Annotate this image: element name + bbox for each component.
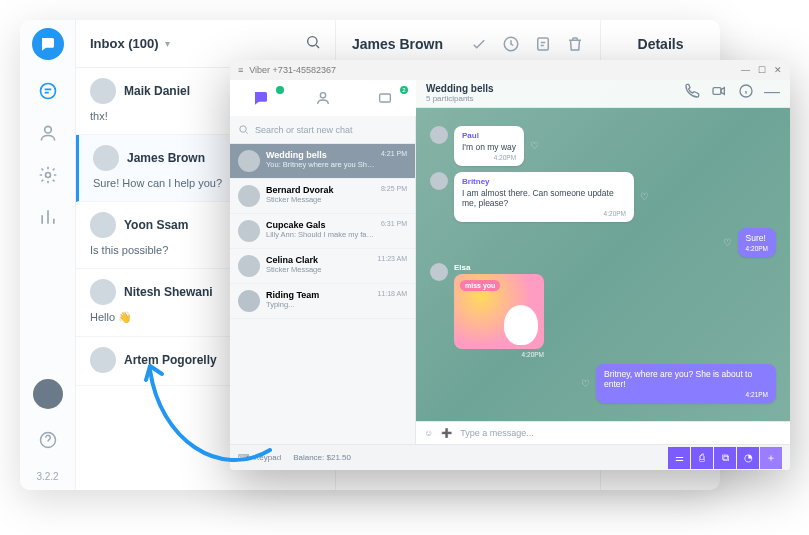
- trash-icon[interactable]: [566, 35, 584, 53]
- chat-item[interactable]: Riding TeamTyping...11:18 AM: [230, 284, 415, 319]
- minimize-icon[interactable]: —: [764, 83, 780, 103]
- chat-name: Bernard Dvorak: [266, 185, 375, 195]
- svg-point-0: [40, 84, 55, 99]
- window-title: Viber +731-45582367: [249, 65, 336, 75]
- svg-rect-10: [713, 88, 721, 95]
- avatar: [238, 150, 260, 172]
- inbox-title[interactable]: Inbox (100): [90, 36, 159, 51]
- message: BritneyI am almost there. Can someone up…: [430, 172, 776, 222]
- viber-tabs: 2: [230, 80, 416, 116]
- message-body: Sure!: [746, 233, 768, 243]
- heart-icon[interactable]: ♡: [640, 191, 649, 202]
- avatar: [90, 78, 116, 104]
- avatar: [90, 347, 116, 373]
- message-sender: Paul: [462, 131, 516, 140]
- messages-icon[interactable]: [37, 80, 59, 102]
- svg-point-1: [44, 126, 51, 133]
- avatar: [430, 172, 448, 190]
- version-label: 3.2.2: [36, 471, 58, 490]
- call-icon[interactable]: [684, 83, 700, 103]
- check-icon[interactable]: [470, 35, 488, 53]
- help-icon[interactable]: [37, 429, 59, 451]
- avatar: [90, 279, 116, 305]
- bottom-bar: ⌨ Keypad Balance: $21.50 ⚌ ⎙ ⧉ ◔ ＋: [230, 444, 790, 470]
- avatar: [90, 212, 116, 238]
- balance-label: Balance:: [293, 453, 324, 462]
- sticker[interactable]: miss you: [454, 274, 544, 349]
- app-logo[interactable]: [32, 28, 64, 60]
- message: ♡Sure!4:20PM: [430, 228, 776, 257]
- tab-contacts[interactable]: [292, 80, 354, 116]
- chat-header: Wedding bells 5 participants —: [416, 80, 790, 108]
- settings-icon[interactable]: [37, 164, 59, 186]
- message-input[interactable]: ☺ ➕ Type a message...: [416, 421, 790, 444]
- avatar: [430, 263, 448, 281]
- chat-name: Riding Team: [266, 290, 371, 300]
- search-placeholder: Search or start new chat: [255, 125, 353, 135]
- chat-preview: Lilly Ann: Should I make my famous red v…: [266, 230, 375, 239]
- svg-point-7: [320, 93, 325, 98]
- svg-point-9: [240, 126, 246, 132]
- menu-icon[interactable]: ≡: [238, 65, 243, 75]
- heart-icon[interactable]: ♡: [723, 237, 732, 248]
- message-time: 4:20PM: [746, 245, 768, 252]
- chat-preview: Sticker Message: [266, 195, 375, 204]
- user-avatar[interactable]: [33, 379, 63, 409]
- search-icon[interactable]: [305, 34, 321, 54]
- heart-icon[interactable]: ♡: [581, 378, 590, 389]
- details-label[interactable]: Details: [638, 36, 684, 52]
- keypad-label[interactable]: Keypad: [254, 453, 281, 462]
- input-placeholder: Type a message...: [460, 428, 782, 438]
- chat-subtitle: 5 participants: [426, 94, 494, 103]
- chat-time: 8:25 PM: [381, 185, 407, 207]
- tray-item[interactable]: ⎙: [691, 447, 713, 469]
- keypad-icon[interactable]: ⌨: [238, 453, 250, 462]
- tab-chats[interactable]: [230, 80, 292, 116]
- message-time: 4:20PM: [462, 154, 516, 161]
- tray-item[interactable]: ◔: [737, 447, 759, 469]
- tray-item[interactable]: ⚌: [668, 447, 690, 469]
- chat-item[interactable]: Cupcake GalsLilly Ann: Should I make my …: [230, 214, 415, 249]
- maximize-icon[interactable]: ☐: [758, 65, 766, 75]
- tray-add[interactable]: ＋: [760, 447, 782, 469]
- tab-public[interactable]: 2: [354, 80, 416, 116]
- avatar: [238, 220, 260, 242]
- message: ♡Britney, where are you? She is about to…: [430, 364, 776, 403]
- heart-icon[interactable]: ♡: [530, 140, 539, 151]
- stats-icon[interactable]: [37, 206, 59, 228]
- chat-time: 6:31 PM: [381, 220, 407, 242]
- attach-icon[interactable]: ➕: [441, 428, 452, 438]
- chat-main: Wedding bells 5 participants — PaulI'm o…: [416, 80, 790, 444]
- contacts-icon[interactable]: [37, 122, 59, 144]
- assign-icon[interactable]: [534, 35, 552, 53]
- search-input[interactable]: Search or start new chat: [230, 116, 415, 144]
- emoji-icon[interactable]: ☺: [424, 428, 433, 438]
- balance-value: $21.50: [327, 453, 351, 462]
- avatar: [238, 185, 260, 207]
- tray-item[interactable]: ⧉: [714, 447, 736, 469]
- chat-item[interactable]: Wedding bellsYou: Britney where are you …: [230, 144, 415, 179]
- chat-name: Celina Clark: [266, 255, 371, 265]
- icon-rail: 3.2.2: [20, 20, 76, 490]
- video-icon[interactable]: [710, 83, 728, 103]
- titlebar[interactable]: ≡ Viber +731-45582367 —☐✕: [230, 60, 790, 80]
- message-sender: Britney: [462, 177, 626, 186]
- avatar: [238, 255, 260, 277]
- close-icon[interactable]: ✕: [774, 65, 782, 75]
- info-icon[interactable]: [738, 83, 754, 103]
- chat-item[interactable]: Bernard DvorakSticker Message8:25 PM: [230, 179, 415, 214]
- svg-rect-6: [538, 38, 549, 50]
- message-body: Britney, where are you? She is about to …: [604, 369, 768, 389]
- minimize-icon[interactable]: —: [741, 65, 750, 75]
- message-body: I'm on my way: [462, 142, 516, 152]
- chevron-down-icon[interactable]: ▾: [165, 38, 170, 49]
- chat-item[interactable]: Celina ClarkSticker Message11:23 AM: [230, 249, 415, 284]
- message-time: 4:20PM: [454, 351, 544, 358]
- chat-preview: You: Britney where are you She is about …: [266, 160, 375, 169]
- message-time: 4:20PM: [462, 210, 626, 217]
- contact-name: James Brown: [352, 36, 456, 52]
- message: Elsamiss you4:20PM: [430, 263, 776, 358]
- chat-name: Cupcake Gals: [266, 220, 375, 230]
- avatar: [238, 290, 260, 312]
- clock-icon[interactable]: [502, 35, 520, 53]
